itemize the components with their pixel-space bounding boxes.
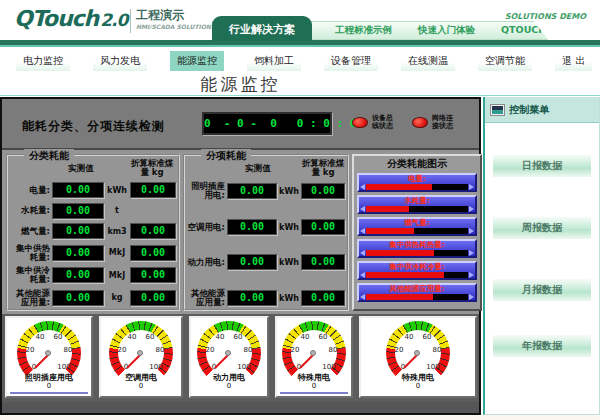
gauge-tick-label: 60 xyxy=(54,333,63,341)
bar-fill xyxy=(366,250,434,256)
led-display: 0.00 xyxy=(301,219,345,235)
bar-gauge-label: 燃气量: xyxy=(359,219,475,227)
control-menu-title: 控制菜单 xyxy=(509,103,549,117)
bar-gauge-heating[interactable]: 集中供热耗热量: xyxy=(357,239,477,258)
gauge-tick-label: 60 xyxy=(319,333,328,341)
gauge-tick-label: 20 xyxy=(118,346,127,354)
arrow-left-icon[interactable] xyxy=(360,228,365,234)
bar-gauge-electricity[interactable]: 电量: xyxy=(357,173,477,192)
gauge-tick-label: 20 xyxy=(26,346,35,354)
nav-item-online-temperature[interactable]: 在线测温 xyxy=(401,51,455,71)
table-row: 动力用电: 0.00 kWh 0.00 xyxy=(187,254,345,270)
gauge-value: 0 xyxy=(101,382,181,390)
status-lamp-icon xyxy=(352,117,368,128)
bar-gauge-cooling[interactable]: 集中供冷耗冷量: xyxy=(357,261,477,280)
bar-gauge-gas[interactable]: 燃气量: xyxy=(357,217,477,236)
gauge-hvac: 0 20 40 60 80 100 空调用电 0 xyxy=(99,316,183,398)
table-row: 电量: 0.00 kWh 0.00 xyxy=(10,182,176,198)
arrow-left-icon[interactable] xyxy=(360,272,365,278)
led-display: 0.00 xyxy=(130,267,176,283)
led-display: 0.00 xyxy=(301,290,345,306)
tab-engineering-standard[interactable]: 工程标准示例 xyxy=(335,24,392,37)
table-row: 集中供热耗量: 0.00 MkJ 0.00 xyxy=(10,244,176,262)
column-header-coal: 折算标准煤量 kg xyxy=(301,159,345,177)
gauge-underline xyxy=(10,392,88,394)
gauge-tick-label: 20 xyxy=(206,346,215,354)
bar-gauge-label: 集中供热耗热量: xyxy=(359,241,475,249)
row-label: 水耗量: xyxy=(10,206,52,215)
gauge-value: 0 xyxy=(7,382,91,390)
classified-consumption-panel: 分类耗能 实测值 折算标准煤量 kg 电量: 0.00 kWh 0.00 水耗量… xyxy=(6,154,180,311)
datetime-led-display: 0 - 0 - 0 0 : 0 : 0 xyxy=(202,112,332,135)
column-header-measured: 实测值 xyxy=(54,164,108,173)
row-label: 电量: xyxy=(10,186,52,195)
tab-quick-start[interactable]: 快速入门体验 xyxy=(418,24,475,37)
nav-item-feed-processing[interactable]: 饲料加工 xyxy=(247,51,301,71)
arrow-right-icon[interactable] xyxy=(469,228,474,234)
bar-fill xyxy=(366,294,433,300)
gauge-tick-label: 80 xyxy=(156,346,165,354)
arrow-right-icon[interactable] xyxy=(469,272,474,278)
banner-title: 能耗分类、分项连续检测 xyxy=(22,118,165,135)
arrow-right-icon[interactable] xyxy=(469,206,474,212)
monthly-report-button[interactable]: 月报数据 xyxy=(493,279,591,301)
arrow-left-icon[interactable] xyxy=(360,250,365,256)
gauge-tick-label: 40 xyxy=(128,333,137,341)
bar-gauge-other[interactable]: 其他能源应用量: xyxy=(357,283,477,302)
led-display: 0.00 xyxy=(52,182,104,198)
gauge-special-2: 0 20 40 60 80 100 特殊用电 0 xyxy=(359,316,477,398)
indicator-label: 网络连 xyxy=(432,114,453,122)
monitor-banner: 能耗分类、分项连续检测 0 - 0 - 0 0 : 0 : 0 设备总线状态 网… xyxy=(2,99,479,150)
led-display: 0.00 xyxy=(227,290,277,306)
network-status-indicator: 网络连接状态 xyxy=(412,114,453,130)
nav-item-exit[interactable]: 退 出 xyxy=(555,51,592,71)
bar-fill xyxy=(366,228,414,234)
gauge-value: 0 xyxy=(361,382,475,390)
device-bus-status-indicator: 设备总线状态 xyxy=(352,114,393,130)
arrow-left-icon[interactable] xyxy=(360,294,365,300)
led-display: 0.00 xyxy=(130,245,176,261)
weekly-report-button[interactable]: 周报数据 xyxy=(493,217,591,239)
bar-fill xyxy=(366,272,444,278)
yearly-report-button[interactable]: 年报数据 xyxy=(493,335,591,357)
bar-gauge-label: 电量: xyxy=(359,175,475,183)
led-display: 0.00 xyxy=(52,223,104,239)
nav-item-hvac-saving[interactable]: 空调节能 xyxy=(478,51,532,71)
arrow-left-icon[interactable] xyxy=(360,184,365,190)
nav-item-power-monitoring[interactable]: 电力监控 xyxy=(16,51,70,71)
gauge-hub xyxy=(137,350,143,356)
bar-gauge-water[interactable]: 水耗量: xyxy=(357,195,477,214)
arrow-left-icon[interactable] xyxy=(360,206,365,212)
gauge-tick-label: 20 xyxy=(291,346,300,354)
gauge-tick-label: 80 xyxy=(433,346,442,354)
gauge-tick-label: 100 xyxy=(149,363,162,371)
gauge-tick-label: 100 xyxy=(57,363,70,371)
page-title: 能源监控 xyxy=(0,73,481,96)
panel-legend: 分项耗能 xyxy=(201,149,251,163)
bar-gauge-label: 集中供冷耗冷量: xyxy=(359,263,475,271)
nav-item-wind-power[interactable]: 风力发电 xyxy=(93,51,147,71)
arrow-right-icon[interactable] xyxy=(469,250,474,256)
led-display: 0.00 xyxy=(227,254,277,270)
bar-track xyxy=(366,228,468,234)
arrow-right-icon[interactable] xyxy=(469,184,474,190)
nav-item-device-management[interactable]: 设备管理 xyxy=(324,51,378,71)
bar-track xyxy=(366,250,468,256)
indicator-label: 线状态 xyxy=(372,122,393,130)
arrow-right-icon[interactable] xyxy=(469,294,474,300)
table-row: 其他能源应用量: 0.00 kg 0.00 xyxy=(10,289,176,307)
logo-text: QTouch xyxy=(14,6,98,31)
column-header-measured: 实测值 xyxy=(233,164,283,173)
daily-report-button[interactable]: 日报数据 xyxy=(493,155,591,177)
gauge-tick-label: 40 xyxy=(36,333,45,341)
tab-industry-solutions[interactable]: 行业解决方案 xyxy=(212,16,312,41)
column-header-coal: 折算标准煤量 kg xyxy=(130,159,174,177)
logo-divider xyxy=(130,9,131,33)
row-label: 燃气量: xyxy=(10,227,52,236)
bar-track xyxy=(366,206,468,212)
unit-label: kWh xyxy=(277,223,301,232)
nav-item-energy-monitoring[interactable]: 能源监控 xyxy=(170,51,224,71)
control-menu-header: 控制菜单 xyxy=(485,97,599,123)
led-display: 0.00 xyxy=(301,183,345,199)
bar-fill xyxy=(366,184,432,190)
